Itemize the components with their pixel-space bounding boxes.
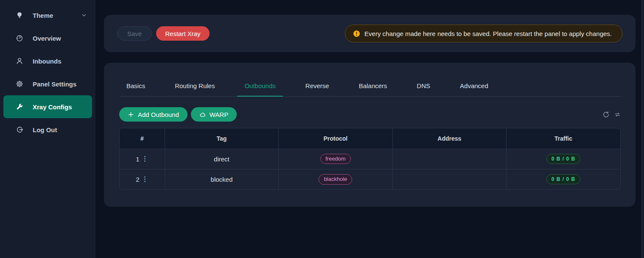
wrench-icon xyxy=(16,103,23,111)
tab-routing-rules[interactable]: Routing Rules xyxy=(168,75,222,97)
bulb-icon xyxy=(16,11,23,19)
restart-xray-button[interactable]: Restart Xray xyxy=(156,26,209,41)
tab-advanced[interactable]: Advanced xyxy=(453,75,496,97)
row-number: 1 xyxy=(136,155,139,163)
header-num: # xyxy=(120,128,165,149)
outbounds-table: # Tag Protocol Address Traffic 1 ⋮ xyxy=(119,128,621,190)
table-header-row: # Tag Protocol Address Traffic xyxy=(120,128,620,149)
traffic-badge: 0 B / 0 B xyxy=(546,154,580,164)
warning-icon xyxy=(353,30,360,37)
logout-icon xyxy=(16,126,23,133)
sidebar-item-label: Log Out xyxy=(33,126,57,133)
header-tag: Tag xyxy=(165,128,278,149)
table-tools xyxy=(602,111,621,118)
outbounds-toolbar: Add Outbound WARP xyxy=(119,107,621,122)
tab-reverse[interactable]: Reverse xyxy=(298,75,336,97)
sidebar: Theme Overview Inbounds Panel Settings X… xyxy=(0,0,95,258)
row-menu-icon[interactable]: ⋮ xyxy=(142,176,148,183)
tag-cell: blocked xyxy=(165,169,278,189)
action-bar: Save Restart Xray Every change made here… xyxy=(104,15,636,52)
sidebar-item-xray-configs[interactable]: Xray Configs xyxy=(3,95,92,118)
sidebar-item-label: Inbounds xyxy=(33,58,62,65)
header-address: Address xyxy=(392,128,506,149)
gear-icon xyxy=(16,80,23,88)
main-content: Save Restart Xray Every change made here… xyxy=(95,0,644,258)
protocol-cell: freedom xyxy=(279,149,392,169)
header-traffic: Traffic xyxy=(507,128,621,149)
traffic-cell: 0 B / 0 B xyxy=(507,149,621,169)
protocol-badge: freedom xyxy=(320,154,351,164)
table-row: 1 ⋮ direct freedom 0 B / 0 B xyxy=(120,149,620,169)
tab-dns[interactable]: DNS xyxy=(409,75,437,97)
num-cell: 1 ⋮ xyxy=(120,149,165,169)
tab-balancers[interactable]: Balancers xyxy=(352,75,395,97)
sidebar-item-label: Xray Configs xyxy=(33,103,72,111)
sidebar-item-theme[interactable]: Theme xyxy=(0,4,95,27)
sidebar-item-label: Panel Settings xyxy=(33,80,76,88)
add-outbound-button[interactable]: Add Outbound xyxy=(119,107,188,122)
address-cell xyxy=(392,169,506,189)
add-outbound-label: Add Outbound xyxy=(138,111,179,118)
sidebar-item-label: Overview xyxy=(33,35,61,42)
scrollbar[interactable] xyxy=(641,0,644,258)
protocol-cell: blackhole xyxy=(279,169,392,189)
xray-config-card: Basics Routing Rules Outbounds Reverse B… xyxy=(104,63,636,207)
cloud-icon xyxy=(199,111,206,118)
config-tabs: Basics Routing Rules Outbounds Reverse B… xyxy=(119,75,621,97)
row-menu-icon[interactable]: ⋮ xyxy=(142,155,148,162)
traffic-cell: 0 B / 0 B xyxy=(507,169,621,189)
sidebar-item-label: Theme xyxy=(33,12,53,19)
sidebar-item-log-out[interactable]: Log Out xyxy=(0,118,95,141)
repeat-icon[interactable] xyxy=(614,111,621,118)
sidebar-item-inbounds[interactable]: Inbounds xyxy=(0,50,95,72)
warp-button[interactable]: WARP xyxy=(191,107,237,122)
tag-cell: direct xyxy=(165,149,278,169)
table-row: 2 ⋮ blocked blackhole 0 B / 0 B xyxy=(120,169,620,189)
num-cell: 2 ⋮ xyxy=(120,169,165,189)
refresh-icon[interactable] xyxy=(602,111,610,118)
tab-outbounds[interactable]: Outbounds xyxy=(237,75,283,97)
unsaved-changes-alert: Every change made here needs to be saved… xyxy=(345,25,622,42)
sidebar-item-panel-settings[interactable]: Panel Settings xyxy=(0,72,95,95)
protocol-badge: blackhole xyxy=(319,174,352,185)
chevron-down-icon xyxy=(81,12,87,18)
user-icon xyxy=(16,57,23,65)
warp-label: WARP xyxy=(210,111,228,118)
alert-text: Every change made here needs to be saved… xyxy=(364,30,612,37)
save-button[interactable]: Save xyxy=(117,26,152,41)
sidebar-item-overview[interactable]: Overview xyxy=(0,27,95,50)
dashboard-icon xyxy=(16,34,23,42)
plus-icon xyxy=(128,111,134,118)
row-number: 2 xyxy=(136,176,139,183)
address-cell xyxy=(392,149,506,169)
tab-basics[interactable]: Basics xyxy=(119,75,152,97)
header-protocol: Protocol xyxy=(279,128,392,149)
traffic-badge: 0 B / 0 B xyxy=(546,174,580,184)
